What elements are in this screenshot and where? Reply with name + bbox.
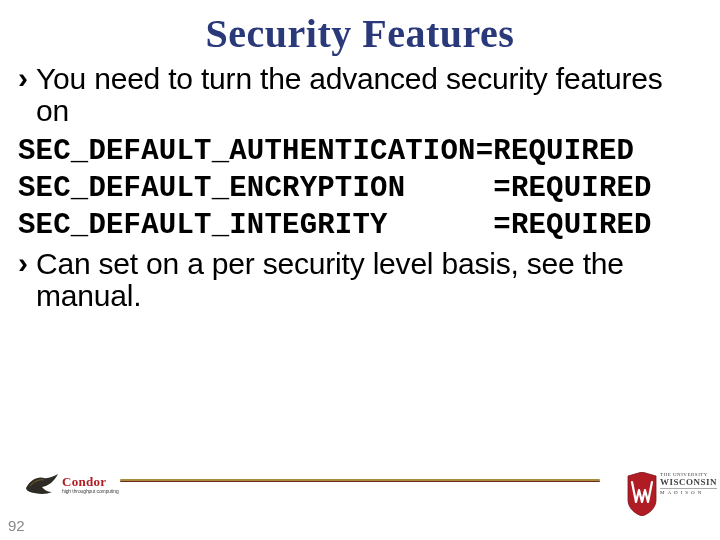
bullet-list: › You need to turn the advanced security… xyxy=(18,63,702,312)
bullet-text: Can set on a per security level basis, s… xyxy=(36,248,702,312)
bullet-item: › Can set on a per security level basis,… xyxy=(18,248,702,312)
code-line: SEC_DEFAULT_AUTHENTICATION=REQUIRED xyxy=(18,133,702,170)
bullet-item: › You need to turn the advanced security… xyxy=(18,63,702,127)
page-number: 92 xyxy=(8,517,25,534)
chevron-right-icon: › xyxy=(18,63,28,93)
crest-icon xyxy=(626,472,658,516)
divider xyxy=(120,479,600,482)
code-block: SEC_DEFAULT_AUTHENTICATION=REQUIRED SEC_… xyxy=(18,133,702,244)
bullet-text: You need to turn the advanced security f… xyxy=(36,63,702,127)
wisconsin-logo: THE UNIVERSITY WISCONSIN MADISON xyxy=(626,472,696,520)
code-line: SEC_DEFAULT_ENCRYPTION =REQUIRED xyxy=(18,170,702,207)
condor-logo: Condor high throughput computing xyxy=(24,468,124,504)
slide: Security Features › You need to turn the… xyxy=(0,0,720,540)
eagle-icon xyxy=(24,472,60,498)
brand-subtitle: high throughput computing xyxy=(62,488,119,494)
footer: Condor high throughput computing THE UNI… xyxy=(0,468,720,540)
slide-title: Security Features xyxy=(18,10,702,57)
university-line3: MADISON xyxy=(660,488,717,495)
university-text: THE UNIVERSITY WISCONSIN MADISON xyxy=(660,472,717,495)
chevron-right-icon: › xyxy=(18,248,28,278)
code-line: SEC_DEFAULT_INTEGRITY =REQUIRED xyxy=(18,207,702,244)
university-line2: WISCONSIN xyxy=(660,478,717,487)
